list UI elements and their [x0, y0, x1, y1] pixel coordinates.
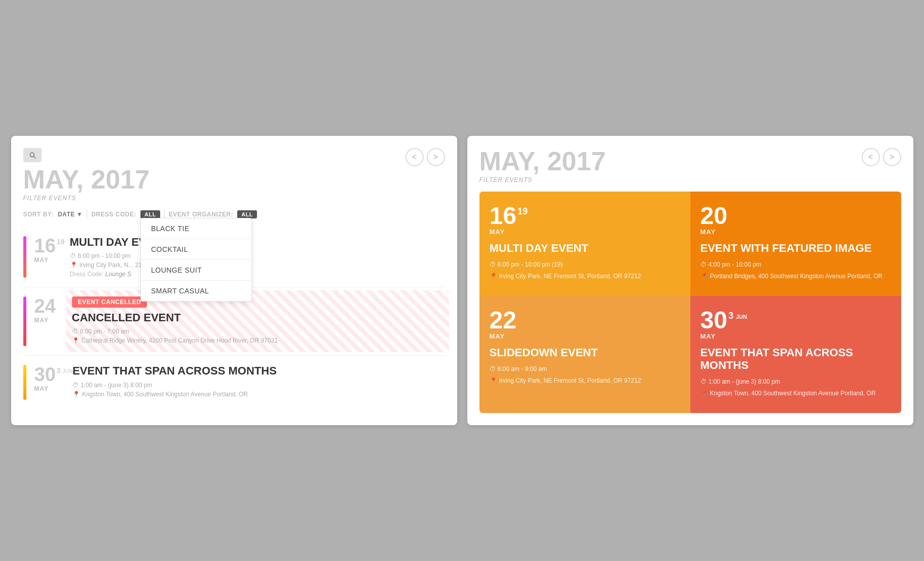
grid-month-featured: MAY — [700, 228, 891, 236]
dress-code-label: DRESS CODE: — [91, 211, 136, 218]
grid-location-text-span: Kngston Town, 400 Southwest Kingston Ave… — [710, 389, 876, 398]
grid-time-span: ⏱ 1:00 am - (june 3) 8:00 pm — [700, 378, 891, 386]
grid-time-multiday: ⏱ 6:00 pm - 10:00 pm (19) — [490, 260, 680, 269]
grid-cell-slidedown[interactable]: 22 MAY SLIDEDOWN EVENT ⏱ 6:00 am - 9:00 … — [479, 296, 690, 413]
grid-day-end-sup-multiday: 19 — [518, 207, 528, 216]
dropdown-item-lounge-suit[interactable]: LOUNGE SUIT — [141, 260, 251, 281]
grid-day-num-featured: 20 — [700, 204, 727, 228]
event-bar-cancelled — [23, 296, 26, 346]
grid-day-span: 30 3 JUN — [700, 308, 891, 332]
sort-by-text: DATE — [58, 211, 75, 218]
event-day-cancelled: 24 — [34, 296, 70, 316]
event-location-text-span: Kngston Town, 400 Southwest Kingston Ave… — [82, 391, 248, 398]
grid-location-text-multiday: Irving City Park, NE Fremont St, Portlan… — [499, 272, 641, 281]
location-icon-grid-span: 📍 — [700, 389, 708, 398]
grid-location-multiday: 📍 Irving City Park, NE Fremont St, Portl… — [490, 272, 680, 281]
grid-day-featured: 20 — [700, 204, 891, 228]
event-time-text: 6:00 pm - 10:00 pm — [78, 252, 131, 259]
event-title-cancelled: CANCELLED EVENT — [72, 312, 443, 324]
grid-month-span: MAY — [700, 332, 891, 340]
left-next-button[interactable]: > — [427, 148, 445, 166]
cancelled-badge: EVENT CANCELLED — [72, 296, 147, 308]
right-next-button[interactable]: > — [883, 148, 901, 166]
sort-by-value[interactable]: DATE ▼ — [58, 211, 83, 218]
right-filter-label: FILTER EVENTS — [479, 176, 901, 183]
event-time-cancelled: ⏱ 8:00 pm - 7:00 am — [72, 328, 443, 335]
event-day-num-cancelled: 24 — [34, 296, 56, 316]
event-day-end-sup: 19 — [57, 238, 65, 245]
sort-bar: SORT BY: DATE ▼ DRESS CODE: ALL BLACK TI… — [23, 210, 445, 219]
clock-icon-grid-multiday: ⏱ — [490, 260, 496, 269]
right-nav-buttons: < > — [862, 148, 901, 166]
dress-code-badge[interactable]: ALL — [140, 210, 160, 218]
clock-icon-grid-featured: ⏱ — [700, 260, 707, 269]
event-dress-multiday: Dress Code: Lounge S — [70, 271, 445, 278]
dress-code-dropdown[interactable]: ALL BLACK TIE COCKTAIL LOUNGE SUIT SMART… — [140, 211, 160, 218]
event-date-span: 30 3 JUN MAY — [34, 365, 72, 399]
sort-dropdown-arrow-icon: ▼ — [77, 211, 83, 218]
clock-icon: ⏱ — [70, 252, 76, 259]
grid-cell-span[interactable]: 30 3 JUN MAY EVENT THAT SPAN ACROSS MONT… — [690, 296, 901, 413]
event-date-multiday: 16 19 MAY — [34, 236, 70, 278]
event-time-text-span: 1:00 am - (june 3) 8:00 pm — [81, 382, 152, 389]
event-bar-multiday — [23, 236, 26, 278]
event-day-num: 16 — [34, 236, 56, 255]
dropdown-item-cocktail[interactable]: COCKTAIL — [141, 239, 251, 260]
search-button[interactable] — [23, 148, 42, 162]
right-month-title: MAY, 2017 — [479, 148, 901, 174]
event-content-span: EVENT THAT SPAN ACROSS MONTHS ⏱ 1:00 am … — [72, 365, 445, 399]
dropdown-item-black-tie[interactable]: BLACK TIE — [141, 218, 251, 239]
event-time-multiday: ⏱ 6:00 pm - 10:00 pm — [70, 252, 445, 259]
clock-icon-span: ⏱ — [72, 382, 79, 389]
right-panel: MAY, 2017 FILTER EVENTS < > 16 19 MAY MU… — [467, 136, 913, 425]
right-prev-button[interactable]: < — [862, 148, 880, 166]
grid-time-text-multiday: 6:00 pm - 10:00 pm (19) — [498, 260, 563, 269]
divider — [87, 210, 87, 219]
left-prev-button[interactable]: < — [405, 148, 424, 166]
event-day-end-num: 19 — [57, 238, 65, 246]
grid-cell-multiday[interactable]: 16 19 MAY MULTI DAY EVENT ⏱ 6:00 pm - 10… — [479, 192, 690, 296]
event-day-multiday: 16 19 — [34, 236, 70, 255]
grid-location-slidedown: 📍 Irving City Park, NE Fremont St, Portl… — [490, 377, 680, 385]
event-content-cancelled: EVENT CANCELLED CANCELLED EVENT ⏱ 8:00 p… — [70, 296, 445, 346]
grid-cell-featured[interactable]: 20 MAY EVENT WITH FEATURED IMAGE ⏱ 4:00 … — [690, 192, 901, 296]
location-icon-grid-slidedown: 📍 — [490, 377, 497, 385]
grid-title-span: EVENT THAT SPAN ACROSS MONTHS — [700, 346, 891, 372]
event-time-span: ⏱ 1:00 am - (june 3) 8:00 pm — [72, 382, 445, 389]
grid-location-featured: 📍 Portland Bridges, 400 Southwest Kingst… — [700, 272, 891, 281]
grid-location-text-slidedown: Irving City Park, NE Fremont St, Portlan… — [499, 377, 641, 385]
event-day-end-sup-span: 3 JUN — [57, 367, 72, 374]
main-container: MAY, 2017 FILTER EVENTS < > SORT BY: DAT… — [11, 136, 913, 425]
event-grid: 16 19 MAY MULTI DAY EVENT ⏱ 6:00 pm - 10… — [479, 192, 901, 413]
grid-month-multiday: MAY — [490, 228, 680, 236]
location-icon-grid-multiday: 📍 — [490, 272, 497, 281]
dress-code-menu: BLACK TIE COCKTAIL LOUNGE SUIT SMART CAS… — [140, 218, 252, 302]
grid-month-slidedown: MAY — [490, 332, 680, 340]
event-month-cancelled: MAY — [34, 317, 70, 324]
grid-day-end-sup-span: 3 JUN — [728, 311, 747, 320]
grid-title-multiday: MULTI DAY EVENT — [490, 242, 680, 254]
left-next-icon: > — [433, 153, 438, 162]
event-title-multiday: MULTI DAY EVENT — [70, 236, 445, 248]
left-panel: MAY, 2017 FILTER EVENTS < > SORT BY: DAT… — [11, 136, 457, 425]
event-day-num-span: 30 — [34, 365, 56, 384]
organizer-badge[interactable]: ALL — [237, 210, 257, 218]
right-next-icon: > — [890, 153, 894, 162]
dropdown-item-smart-casual[interactable]: SMART CASUAL — [141, 281, 251, 301]
grid-end-label-span: JUN — [736, 314, 747, 320]
left-nav-buttons: < > — [405, 148, 445, 166]
event-location-multiday: 📍 Irving City Park, N... 212 — [70, 261, 445, 269]
left-prev-icon: < — [412, 153, 417, 162]
event-end-label-span: JUN — [62, 368, 72, 374]
cancelled-background: EVENT CANCELLED CANCELLED EVENT ⏱ 8:00 p… — [66, 290, 449, 352]
grid-time-featured: ⏱ 4:00 pm - 10:00 pm — [700, 260, 891, 269]
event-day-end-span: 3 — [57, 366, 61, 375]
event-location-span: 📍 Kngston Town, 400 Southwest Kingston A… — [72, 391, 445, 398]
location-icon: 📍 — [70, 261, 78, 269]
grid-day-num-slidedown: 22 — [490, 308, 516, 332]
event-month-multiday: MAY — [34, 256, 70, 264]
organizer-label: EVENT ORGANIZER: — [169, 211, 233, 218]
event-time-text-cancelled: 8:00 pm - 7:00 am — [80, 328, 129, 335]
event-item-span: 30 3 JUN MAY EVENT THAT SPAN ACROSS MONT… — [23, 356, 445, 408]
grid-day-num-multiday: 16 — [490, 204, 516, 228]
